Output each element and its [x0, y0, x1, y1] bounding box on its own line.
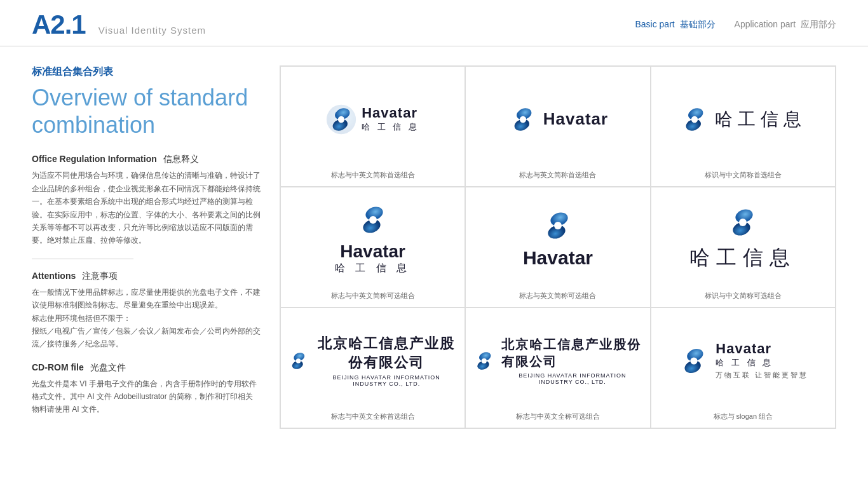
section-code: A2.1 [32, 11, 86, 38]
havatar-en-slogan: Havatar [715, 342, 808, 356]
info-text-1: 为适应不同使用场合与环境，确保信息传达的清晰与准确，特设计了企业品牌的多种组合，… [32, 169, 261, 247]
cell-label-7: 标志与中英文全称首选组合 [287, 407, 458, 421]
havatar-en-large: Havatar [335, 241, 410, 262]
cell-label-3: 标识与中文简称首选组合 [658, 165, 829, 180]
svg-point-27 [691, 357, 698, 364]
cell-label-1: 标志与中英文简称首选组合 [287, 165, 458, 180]
cell-label-6: 标识与中文简称可选组合 [658, 286, 829, 301]
full-name-cn-7: 北京哈工信息产业股份有限公司 [315, 334, 458, 372]
logo-cell-1: Havatar 哈 工 信 息 标志与中英文简称首选组合 [280, 66, 465, 187]
info-block-3: CD-ROM file 光盘文件 光盘文件是本 VI 手册电子文件的集合，内含手… [32, 362, 261, 416]
havatar-cn-large: 哈 工 信 息 [335, 262, 410, 275]
svg-point-24 [482, 358, 487, 363]
logo-grid-panel: Havatar 哈 工 信 息 标志与中英文简称首选组合 [280, 65, 836, 429]
logo-cell-8: 北京哈工信息产业股份有限公司 BEIJING HAVATAR INFORMATI… [465, 308, 650, 428]
havatar-icon-9 [677, 344, 710, 377]
logo-cell-4: Havatar 哈 工 信 息 标志与中英文简称可选组合 [280, 187, 465, 308]
logo-cell-3: 哈工信息 标识与中文简称首选组合 [651, 66, 836, 187]
svg-point-3 [338, 116, 344, 122]
logo-text-group-2: Havatar [543, 109, 608, 129]
header-left: A2.1 Visual Identity System [32, 11, 206, 38]
section-subtitle: Visual Identity System [98, 25, 206, 36]
full-name-en-8: BEIJING HAVATAR INFORMATION INDUSTRY CO.… [501, 372, 644, 385]
section-label-cn: 标准组合集合列表 [32, 65, 261, 79]
svg-point-6 [520, 116, 526, 122]
svg-point-9 [691, 116, 698, 122]
info-heading-1: Office Regulation Information 信息释义 [32, 154, 261, 165]
divider [32, 259, 133, 259]
cn-only-text: 哈工信息 [715, 107, 806, 132]
havatar-icon-1 [326, 104, 356, 135]
section-title-en: Overview of standard combination [32, 84, 261, 139]
logo-cell-2: Havatar 标志与英文简称首选组合 [465, 66, 650, 187]
logo-text-stacked-5: Havatar [523, 247, 593, 269]
logo-grid: Havatar 哈 工 信 息 标志与中英文简称首选组合 [280, 66, 836, 428]
info-text-2: 在一般情况下使用品牌标志，应尽量使用提供的光盘电子文件，不建议使用标准制图绘制标… [32, 286, 261, 351]
havatar-icon-5 [540, 208, 576, 243]
logo-content-8: 北京哈工信息产业股份有限公司 BEIJING HAVATAR INFORMATI… [472, 308, 643, 400]
logo-content-1: Havatar 哈 工 信 息 [287, 67, 458, 159]
havatar-icon-8 [472, 344, 496, 377]
logo-cell-9: Havatar 哈 工 信 息 万物互联 让智能更智慧 标志与 slogan 组… [651, 308, 836, 428]
cell-label-4: 标志与中英文简称可选组合 [287, 286, 458, 301]
logo-content-7: 北京哈工信息产业股份有限公司 BEIJING HAVATAR INFORMATI… [287, 308, 458, 400]
cn-only-large: 哈工信息 [689, 244, 796, 272]
logo-cell-7: 北京哈工信息产业股份有限公司 BEIJING HAVATAR INFORMATI… [280, 308, 465, 428]
info-heading-3: CD-ROM file 光盘文件 [32, 362, 261, 374]
havatar-icon-3 [679, 104, 710, 135]
logo-cell-6: 哈工信息 标识与中文简称可选组合 [651, 187, 836, 308]
main-content: 标准组合集合列表 Overview of standard combinatio… [0, 46, 868, 448]
havatar-icon-6 [725, 205, 761, 240]
logo-text-group-9: Havatar 哈 工 信 息 万物互联 让智能更智慧 [715, 342, 808, 380]
cell-label-8: 标志与中英文全称可选组合 [472, 407, 643, 421]
havatar-cn-text: 哈 工 信 息 [362, 121, 419, 133]
info-block-1: Office Regulation Information 信息释义 为适应不同… [32, 154, 261, 247]
logo-content-9: Havatar 哈 工 信 息 万物互联 让智能更智慧 [658, 308, 829, 400]
logo-content-3: 哈工信息 [658, 67, 829, 159]
full-name-en-7: BEIJING HAVATAR INFORMATION INDUSTRY CO.… [315, 374, 458, 387]
logo-cell-5: Havatar 标志与英文简称可选组合 [465, 187, 650, 308]
havatar-icon-4 [355, 202, 391, 238]
logo-text-group-8: 北京哈工信息产业股份有限公司 BEIJING HAVATAR INFORMATI… [501, 336, 644, 385]
cell-label-5: 标志与英文简称可选组合 [472, 286, 643, 301]
cell-label-2: 标志与英文简称首选组合 [472, 165, 643, 180]
header: A2.1 Visual Identity System Basic part 基… [0, 0, 868, 46]
info-block-2: Attentions 注意事项 在一般情况下使用品牌标志，应尽量使用提供的光盘电… [32, 271, 261, 351]
havatar-en-text: Havatar [362, 106, 419, 120]
nav-application[interactable]: Application part 应用部分 [735, 19, 836, 30]
havatar-icon-2 [508, 104, 538, 135]
full-name-cn-8: 北京哈工信息产业股份有限公司 [501, 336, 644, 370]
svg-point-12 [369, 216, 377, 224]
left-panel: 标准组合集合列表 Overview of standard combinatio… [32, 65, 261, 429]
cell-label-9: 标志与 slogan 组合 [658, 407, 829, 421]
slogan-text: 万物互联 让智能更智慧 [715, 370, 808, 380]
logo-text-group-3: 哈工信息 [715, 107, 806, 132]
info-heading-2: Attentions 注意事项 [32, 271, 261, 282]
svg-point-15 [554, 222, 562, 229]
header-nav: Basic part 基础部分 Application part 应用部分 [635, 19, 836, 30]
havatar-en-only-text: Havatar [543, 109, 608, 129]
havatar-icon-7 [287, 344, 309, 377]
havatar-en-only-large: Havatar [523, 247, 593, 269]
info-text-3: 光盘文件是本 VI 手册电子文件的集合，内含手册制作时的专用软件格式文件。其中 … [32, 377, 261, 416]
havatar-cn-slogan: 哈 工 信 息 [715, 357, 808, 369]
nav-basic[interactable]: Basic part 基础部分 [635, 19, 715, 30]
logo-text-group-1: Havatar 哈 工 信 息 [362, 106, 419, 133]
logo-text-stacked-4: Havatar 哈 工 信 息 [335, 241, 410, 275]
logo-content-4: Havatar 哈 工 信 息 [287, 187, 458, 280]
logo-content-5: Havatar [472, 187, 643, 280]
logo-text-group-7: 北京哈工信息产业股份有限公司 BEIJING HAVATAR INFORMATI… [315, 334, 458, 387]
svg-point-21 [296, 358, 301, 363]
svg-point-18 [739, 219, 747, 226]
logo-content-2: Havatar [472, 67, 643, 159]
logo-content-6: 哈工信息 [658, 187, 829, 280]
logo-text-stacked-6: 哈工信息 [689, 244, 796, 272]
